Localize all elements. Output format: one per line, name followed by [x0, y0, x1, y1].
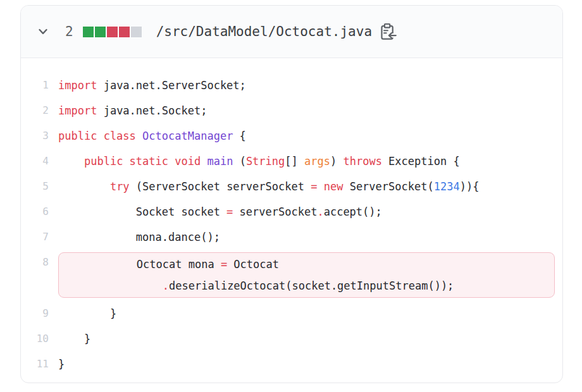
line-number: 5	[21, 174, 49, 199]
code-line: 10 }	[21, 326, 562, 352]
code-text: Socket socket = serverSocket.accept();	[58, 199, 382, 224]
code-view: 1import java.net.ServerSocket;2import ja…	[21, 58, 562, 383]
code-line: 11}	[21, 352, 562, 377]
line-number: 4	[21, 149, 49, 174]
line-number: 10	[21, 326, 49, 352]
diff-stat-block-red	[119, 27, 130, 37]
file-diff-card: 2 /src/DataModel/Octocat.java 1import ja…	[20, 5, 563, 383]
copy-path-button[interactable]	[380, 23, 397, 41]
line-number: 7	[21, 224, 49, 250]
code-text: public class OctocatManager {	[58, 123, 246, 149]
diff-stat-blocks	[83, 27, 143, 37]
code-text: Octocat mona = Octocat	[59, 254, 554, 275]
diff-stat-block-gray	[131, 27, 142, 37]
code-text: try (ServerSocket serverSocket = new Ser…	[58, 174, 479, 199]
chevron-down-icon	[37, 25, 49, 38]
error-highlight-box: Octocat mona = Octocat .deserializeOctoc…	[58, 252, 555, 298]
code-text: public static void main (String[] args) …	[58, 149, 460, 174]
change-count: 2	[65, 24, 73, 39]
line-number: 6	[21, 199, 49, 224]
line-number: 3	[21, 123, 49, 149]
diff-stat-block-red	[107, 27, 118, 37]
code-text: }	[58, 301, 116, 326]
code-line: 1import java.net.ServerSocket;	[21, 73, 562, 98]
diff-stat-block-green	[95, 27, 106, 37]
file-header: 2 /src/DataModel/Octocat.java	[21, 6, 562, 58]
diff-stat-block-green	[83, 27, 94, 37]
code-line: 5 try (ServerSocket serverSocket = new S…	[21, 174, 562, 199]
collapse-file-button[interactable]	[35, 23, 51, 40]
line-number: 11	[21, 352, 49, 377]
code-line: 2import java.net.Socket;	[21, 98, 562, 123]
code-line: 7 mona.dance();	[21, 224, 562, 250]
code-text: .deserializeOctocat(socket.getInputStrea…	[59, 275, 554, 297]
code-line: 4 public static void main (String[] args…	[21, 149, 562, 174]
file-path: /src/DataModel/Octocat.java	[156, 24, 372, 39]
code-text: import java.net.Socket;	[58, 98, 207, 123]
code-text: }	[58, 326, 90, 352]
code-text: }	[58, 352, 65, 377]
line-number: 2	[21, 98, 49, 123]
line-number: 9	[21, 301, 49, 326]
code-line: 3public class OctocatManager {	[21, 123, 562, 149]
code-text: mona.dance();	[58, 224, 220, 250]
line-number: 8	[21, 250, 49, 275]
line-number: 1	[21, 73, 49, 98]
code-line: 6 Socket socket = serverSocket.accept();	[21, 199, 562, 224]
code-line: 8 Octocat mona = Octocat .deserializeOct…	[21, 250, 562, 301]
code-text: import java.net.ServerSocket;	[58, 73, 246, 98]
clipboard-copy-icon	[380, 23, 397, 41]
code-line: 9 }	[21, 301, 562, 326]
